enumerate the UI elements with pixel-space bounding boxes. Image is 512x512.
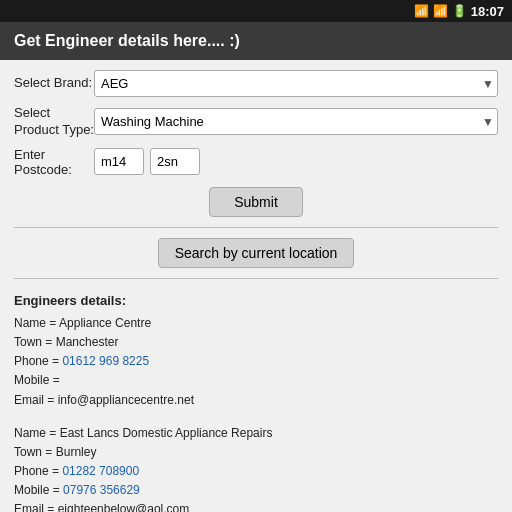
submit-button[interactable]: Submit (209, 187, 303, 217)
status-bar: 📶 📶 🔋 18:07 (0, 0, 512, 22)
wifi-icon: 📶 (414, 4, 429, 18)
postcode-label: Enter Postcode: (14, 147, 94, 177)
engineer-card-2: Name = East Lancs Domestic Appliance Rep… (14, 424, 498, 512)
divider-2 (14, 278, 498, 279)
product-label: Select Product Type: (14, 105, 94, 139)
status-time: 18:07 (471, 4, 504, 19)
product-row: Select Product Type: Washing Machine Dis… (14, 105, 498, 139)
location-button[interactable]: Search by current location (158, 238, 355, 268)
engineer-2-phone: Phone = 01282 708900 (14, 462, 498, 481)
engineer-2-name: Name = East Lancs Domestic Appliance Rep… (14, 424, 498, 443)
engineer-1-town: Town = Manchester (14, 333, 498, 352)
battery-icon: 🔋 (452, 4, 467, 18)
product-select[interactable]: Washing Machine Dishwasher Fridge Oven D… (94, 108, 498, 135)
submit-row: Submit (14, 187, 498, 217)
signal-icon: 📶 (433, 4, 448, 18)
location-btn-row: Search by current location (14, 238, 498, 268)
postcode-inputs (94, 148, 200, 175)
content-area: Select Brand: AEG Bosch Whirlpool Hotpoi… (0, 60, 512, 512)
engineer-1-name: Name = Appliance Centre (14, 314, 498, 333)
screen: Get Engineer details here.... :) Select … (0, 22, 512, 512)
engineer-card-1: Name = Appliance Centre Town = Mancheste… (14, 314, 498, 410)
engineer-1-phone: Phone = 01612 969 8225 (14, 352, 498, 371)
engineer-1-email: Email = info@appliancecentre.net (14, 391, 498, 410)
postcode-row: Enter Postcode: (14, 147, 498, 177)
engineer-1-mobile: Mobile = (14, 371, 498, 390)
engineer-2-email: Email = eighteenbelow@aol.com (14, 500, 498, 512)
engineer-2-mobile: Mobile = 07976 356629 (14, 481, 498, 500)
brand-select[interactable]: AEG Bosch Whirlpool Hotpoint Indesit Sam… (94, 70, 498, 97)
title-bar: Get Engineer details here.... :) (0, 22, 512, 60)
engineer-2-town: Town = Burnley (14, 443, 498, 462)
engineer-1-phone-link[interactable]: 01612 969 8225 (62, 354, 149, 368)
product-control: Washing Machine Dishwasher Fridge Oven D… (94, 108, 498, 135)
brand-label: Select Brand: (14, 75, 94, 92)
phone-frame: 📶 📶 🔋 18:07 Get Engineer details here...… (0, 0, 512, 512)
page-title: Get Engineer details here.... :) (14, 32, 240, 49)
brand-row: Select Brand: AEG Bosch Whirlpool Hotpoi… (14, 70, 498, 97)
brand-control: AEG Bosch Whirlpool Hotpoint Indesit Sam… (94, 70, 498, 97)
engineer-2-mobile-link[interactable]: 07976 356629 (63, 483, 140, 497)
product-select-wrapper: Washing Machine Dishwasher Fridge Oven D… (94, 108, 498, 135)
engineer-2-phone-link[interactable]: 01282 708900 (62, 464, 139, 478)
divider-1 (14, 227, 498, 228)
brand-select-wrapper: AEG Bosch Whirlpool Hotpoint Indesit Sam… (94, 70, 498, 97)
postcode-input-2[interactable] (150, 148, 200, 175)
results-title: Engineers details: (14, 293, 498, 308)
results-section: Engineers details: Name = Appliance Cent… (14, 287, 498, 512)
postcode-input-1[interactable] (94, 148, 144, 175)
